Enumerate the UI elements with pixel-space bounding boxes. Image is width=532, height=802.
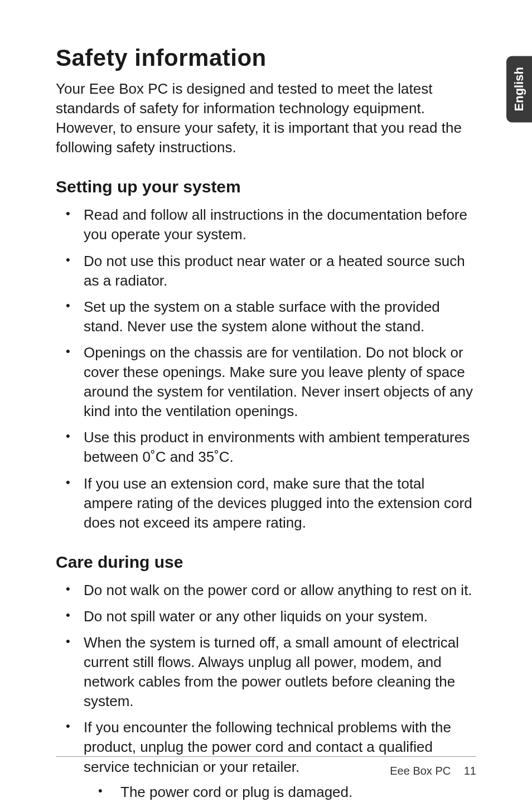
list-item: Use this product in environments with am…	[56, 428, 476, 467]
list-item: If you use an extension cord, make sure …	[56, 474, 476, 533]
footer-divider	[56, 756, 476, 757]
page-number: 11	[464, 765, 476, 777]
care-sublist: The power cord or plug is damaged.	[84, 782, 476, 802]
footer-text: Eee Box PC 11	[56, 765, 476, 777]
page-footer: Eee Box PC 11	[56, 756, 476, 777]
list-item: Do not walk on the power cord or allow a…	[56, 581, 476, 600]
list-item: When the system is turned off, a small a…	[56, 633, 476, 711]
section-heading-setup: Setting up your system	[56, 177, 476, 196]
list-item: Set up the system on a stable surface wi…	[56, 297, 476, 336]
list-item: Do not use this product near water or a …	[56, 252, 476, 291]
setup-list: Read and follow all instructions in the …	[56, 205, 476, 532]
page-content: Safety information Your Eee Box PC is de…	[0, 0, 532, 802]
list-item: Openings on the chassis are for ventilat…	[56, 343, 476, 421]
sub-list-item: The power cord or plug is damaged.	[84, 782, 476, 802]
footer-label: Eee Box PC	[390, 765, 451, 777]
page-title: Safety information	[56, 45, 476, 71]
intro-paragraph: Your Eee Box PC is designed and tested t…	[56, 79, 476, 157]
list-item: Do not spill water or any other liquids …	[56, 607, 476, 626]
section-heading-care: Care during use	[56, 553, 476, 572]
list-item: Read and follow all instructions in the …	[56, 205, 476, 244]
